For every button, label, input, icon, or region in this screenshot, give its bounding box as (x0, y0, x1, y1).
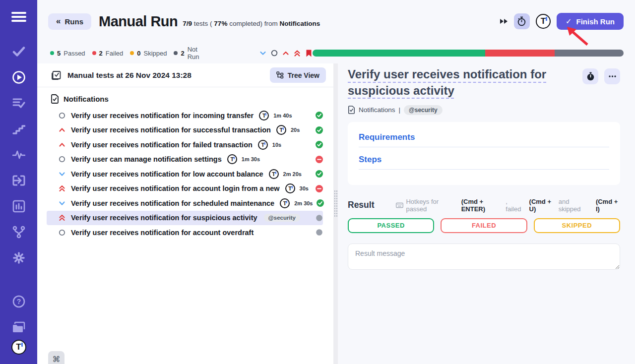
tree-view-button[interactable]: Tree View (270, 67, 326, 83)
finish-run-label: Finish Run (576, 17, 615, 26)
priority-high-icon (58, 141, 66, 149)
pulse-icon[interactable] (0, 145, 37, 165)
failed-dot (92, 51, 96, 55)
test-row[interactable]: Verify user receives notification for lo… (47, 167, 323, 182)
back-to-runs-label: Runs (64, 17, 83, 26)
test-row-selected[interactable]: Verify user receives notification for su… (47, 211, 323, 226)
testomat-icon: T (258, 140, 268, 150)
result-message-input[interactable] (348, 243, 620, 270)
test-row[interactable]: Verify user receives notification for sc… (47, 196, 323, 211)
status-notrun-icon (316, 214, 323, 222)
priority-normal-icon (58, 229, 66, 237)
test-detail-title: Verify user receives notification for su… (348, 66, 582, 99)
bookmark-icon[interactable] (305, 49, 313, 58)
progress-failed-segment (485, 50, 554, 57)
breadcrumb-separator: | (399, 106, 401, 114)
run-subtitle: 7/9 tests ( 77% completed) from Notifica… (183, 20, 320, 27)
divider (359, 169, 609, 170)
requirements-link[interactable]: Requirements (359, 132, 415, 142)
stairs-icon[interactable] (0, 119, 37, 139)
result-label: Result (348, 200, 374, 210)
stopwatch-button[interactable] (582, 68, 598, 84)
document-check-icon (51, 94, 59, 104)
import-icon[interactable] (0, 171, 37, 190)
test-row[interactable]: Verify user receives notification for in… (47, 108, 323, 123)
sidebar: ? T (0, 0, 37, 364)
fast-forward-icon[interactable] (500, 18, 508, 25)
bar-chart-icon[interactable] (0, 196, 37, 216)
test-detail-panel: Verify user receives notification for su… (338, 63, 635, 364)
testomat-icon: T (285, 183, 295, 193)
run-list-header: Manual tests at 26 Nov 2024 13:28 Tree V… (37, 63, 333, 87)
gear-icon[interactable] (0, 248, 37, 268)
timer-button[interactable] (514, 13, 530, 29)
passed-button[interactable]: PASSED (348, 218, 434, 233)
tag-badge: @security (264, 214, 300, 222)
status-passed-icon (316, 141, 323, 148)
progress-notrun-segment (555, 50, 624, 57)
document-check-icon (348, 106, 355, 114)
steps-link[interactable]: Steps (359, 155, 381, 165)
finish-run-button[interactable]: ✓ Finish Run (557, 13, 624, 30)
testomat-icon: T (276, 125, 286, 135)
breadcrumb: Notifications | @security (348, 105, 620, 115)
stat-passed: 5Passed (50, 50, 85, 57)
test-row[interactable]: Verify user can manage notification sett… (47, 152, 323, 167)
skipped-button[interactable]: SKIPPED (534, 218, 620, 233)
divider (359, 147, 609, 147)
chevron-down-icon[interactable] (259, 50, 266, 57)
status-passed-icon (316, 112, 323, 119)
status-failed-icon (316, 156, 323, 163)
test-row[interactable]: Verify user receives notification for ac… (47, 225, 323, 240)
stat-notrun: 2Not Run (174, 46, 209, 61)
stat-skipped: 0Skipped (130, 50, 167, 57)
testomat-icon: T (280, 198, 290, 208)
skipped-dot (130, 51, 134, 55)
priority-normal-icon (58, 112, 66, 120)
hotkeys-shortcut-button[interactable]: ⌘ (48, 351, 64, 364)
hamburger-menu-icon[interactable] (0, 7, 37, 27)
status-row: 5Passed 2Failed 0Skipped 2Not Run (37, 43, 635, 63)
suite-folder-label: Notifications (64, 95, 109, 103)
play-circle-icon[interactable] (0, 67, 37, 87)
more-options-button[interactable] (604, 68, 620, 84)
app-logo[interactable]: T (0, 337, 37, 357)
git-branch-icon[interactable] (0, 222, 37, 242)
list-check-icon[interactable] (0, 93, 37, 113)
priority-highest-icon (58, 214, 66, 222)
check-icon[interactable] (0, 42, 37, 61)
splitter-grip-icon (334, 190, 337, 218)
check-icon: ✓ (566, 17, 572, 26)
status-notrun-icon (316, 229, 323, 236)
ellipsis-icon (609, 75, 616, 77)
chevron-up-icon[interactable] (282, 50, 289, 57)
test-row[interactable]: Verify user receives notification for ac… (47, 182, 323, 196)
status-failed-icon (316, 185, 323, 192)
result-header: Result Hotkeys for passed (Cmd + ENTER) … (348, 198, 620, 213)
test-list-panel: Manual tests at 26 Nov 2024 13:28 Tree V… (37, 63, 333, 364)
test-rows: Verify user receives notification for in… (37, 107, 333, 364)
test-row[interactable]: Verify user receives notification for fa… (47, 137, 323, 152)
progress-passed-segment (313, 50, 486, 57)
priority-low-icon (58, 199, 66, 207)
stat-failed: 2Failed (92, 50, 124, 57)
suite-folder[interactable]: Notifications (37, 87, 333, 107)
hotkeys-hint: Hotkeys for passed (Cmd + ENTER) , faile… (396, 198, 620, 213)
back-to-runs-button[interactable]: « Runs (48, 13, 91, 30)
circle-icon[interactable] (271, 50, 278, 57)
tree-icon (276, 71, 284, 79)
breadcrumb-folder[interactable]: Notifications (359, 106, 395, 114)
test-sections-card: Requirements Steps (348, 122, 620, 185)
result-buttons: PASSED FAILED SKIPPED (348, 218, 620, 233)
test-row[interactable]: Verify user receives notification for su… (47, 123, 323, 138)
brand-logo[interactable]: T (536, 14, 551, 29)
tag-badge[interactable]: @security (404, 105, 443, 115)
folders-icon[interactable] (0, 317, 37, 337)
failed-button[interactable]: FAILED (441, 218, 527, 233)
help-icon[interactable]: ? (0, 292, 37, 311)
main-area: « Runs Manual Run 7/9 tests ( 77% comple… (37, 0, 635, 364)
panel-splitter[interactable] (333, 63, 338, 364)
status-passed-icon (316, 126, 323, 134)
priority-highest-icon (58, 184, 66, 192)
double-chevron-up-icon[interactable] (294, 50, 301, 57)
